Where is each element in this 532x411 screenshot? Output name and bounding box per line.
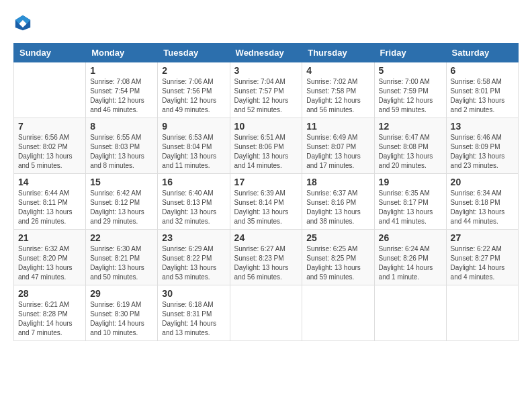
day-detail: Sunrise: 6:51 AMSunset: 8:06 PMDaylight:… bbox=[234, 133, 298, 171]
calendar-cell: 4Sunrise: 7:02 AMSunset: 7:58 PMDaylight… bbox=[302, 62, 374, 118]
calendar-cell: 1Sunrise: 7:08 AMSunset: 7:54 PMDaylight… bbox=[86, 62, 158, 118]
day-number: 9 bbox=[162, 121, 225, 132]
calendar-cell: 27Sunrise: 6:22 AMSunset: 8:27 PMDayligh… bbox=[446, 230, 518, 285]
day-number: 10 bbox=[234, 121, 298, 132]
day-detail: Sunrise: 6:30 AMSunset: 8:21 PMDaylight:… bbox=[90, 244, 153, 282]
day-detail: Sunrise: 7:00 AMSunset: 7:59 PMDaylight:… bbox=[379, 77, 442, 115]
calendar-cell: 7Sunrise: 6:56 AMSunset: 8:02 PMDaylight… bbox=[14, 118, 86, 174]
day-number: 6 bbox=[451, 65, 514, 76]
col-header-thursday: Thursday bbox=[302, 44, 374, 62]
day-detail: Sunrise: 6:47 AMSunset: 8:08 PMDaylight:… bbox=[379, 133, 442, 171]
calendar-cell: 29Sunrise: 6:19 AMSunset: 8:30 PMDayligh… bbox=[86, 285, 158, 341]
day-detail: Sunrise: 6:40 AMSunset: 8:13 PMDaylight:… bbox=[162, 189, 225, 226]
day-detail: Sunrise: 6:49 AMSunset: 8:07 PMDaylight:… bbox=[306, 133, 369, 171]
calendar-cell: 28Sunrise: 6:21 AMSunset: 8:28 PMDayligh… bbox=[14, 285, 86, 341]
calendar-week-1: 1Sunrise: 7:08 AMSunset: 7:54 PMDaylight… bbox=[14, 62, 519, 118]
day-detail: Sunrise: 6:35 AMSunset: 8:17 PMDaylight:… bbox=[379, 189, 442, 226]
day-number: 25 bbox=[306, 232, 369, 243]
day-detail: Sunrise: 7:06 AMSunset: 7:56 PMDaylight:… bbox=[162, 77, 225, 115]
calendar-cell: 23Sunrise: 6:29 AMSunset: 8:22 PMDayligh… bbox=[158, 230, 230, 285]
calendar-cell: 11Sunrise: 6:49 AMSunset: 8:07 PMDayligh… bbox=[302, 118, 374, 174]
calendar-week-5: 28Sunrise: 6:21 AMSunset: 8:28 PMDayligh… bbox=[14, 285, 519, 341]
day-detail: Sunrise: 6:46 AMSunset: 8:09 PMDaylight:… bbox=[451, 133, 514, 171]
day-detail: Sunrise: 6:18 AMSunset: 8:31 PMDaylight:… bbox=[162, 300, 225, 338]
logo-icon bbox=[13, 13, 32, 32]
calendar-table: SundayMondayTuesdayWednesdayThursdayFrid… bbox=[13, 43, 519, 341]
day-detail: Sunrise: 6:55 AMSunset: 8:03 PMDaylight:… bbox=[90, 133, 153, 171]
day-number: 7 bbox=[18, 121, 81, 132]
calendar-cell: 12Sunrise: 6:47 AMSunset: 8:08 PMDayligh… bbox=[374, 118, 446, 174]
calendar-cell: 26Sunrise: 6:24 AMSunset: 8:26 PMDayligh… bbox=[374, 230, 446, 285]
calendar-cell: 8Sunrise: 6:55 AMSunset: 8:03 PMDaylight… bbox=[86, 118, 158, 174]
day-number: 19 bbox=[379, 177, 442, 187]
calendar-week-3: 14Sunrise: 6:44 AMSunset: 8:11 PMDayligh… bbox=[14, 174, 519, 230]
day-number: 27 bbox=[451, 232, 514, 243]
day-detail: Sunrise: 6:39 AMSunset: 8:14 PMDaylight:… bbox=[234, 189, 298, 226]
day-detail: Sunrise: 7:04 AMSunset: 7:57 PMDaylight:… bbox=[234, 77, 298, 115]
day-detail: Sunrise: 6:22 AMSunset: 8:27 PMDaylight:… bbox=[451, 244, 514, 282]
day-number: 3 bbox=[234, 65, 298, 76]
day-number: 20 bbox=[451, 177, 514, 187]
calendar-cell: 2Sunrise: 7:06 AMSunset: 7:56 PMDaylight… bbox=[158, 62, 230, 118]
day-detail: Sunrise: 6:58 AMSunset: 8:01 PMDaylight:… bbox=[451, 77, 514, 115]
calendar-cell: 14Sunrise: 6:44 AMSunset: 8:11 PMDayligh… bbox=[14, 174, 86, 230]
calendar-cell: 16Sunrise: 6:40 AMSunset: 8:13 PMDayligh… bbox=[158, 174, 230, 230]
col-header-saturday: Saturday bbox=[446, 44, 518, 62]
day-number: 30 bbox=[162, 288, 225, 299]
day-number: 23 bbox=[162, 232, 225, 243]
day-number: 8 bbox=[90, 121, 153, 132]
day-detail: Sunrise: 6:19 AMSunset: 8:30 PMDaylight:… bbox=[90, 300, 153, 338]
day-number: 18 bbox=[306, 177, 369, 187]
day-number: 21 bbox=[18, 232, 81, 243]
day-number: 5 bbox=[379, 65, 442, 76]
day-number: 1 bbox=[90, 65, 153, 76]
day-number: 16 bbox=[162, 177, 225, 187]
day-detail: Sunrise: 6:53 AMSunset: 8:04 PMDaylight:… bbox=[162, 133, 225, 171]
day-number: 17 bbox=[234, 177, 298, 187]
day-detail: Sunrise: 6:21 AMSunset: 8:28 PMDaylight:… bbox=[18, 300, 81, 338]
col-header-monday: Monday bbox=[86, 44, 158, 62]
header bbox=[13, 13, 519, 32]
calendar-cell: 10Sunrise: 6:51 AMSunset: 8:06 PMDayligh… bbox=[230, 118, 302, 174]
day-number: 15 bbox=[90, 177, 153, 187]
day-number: 22 bbox=[90, 232, 153, 243]
day-detail: Sunrise: 6:29 AMSunset: 8:22 PMDaylight:… bbox=[162, 244, 225, 282]
day-detail: Sunrise: 6:44 AMSunset: 8:11 PMDaylight:… bbox=[18, 189, 81, 226]
calendar-cell bbox=[302, 285, 374, 341]
day-number: 14 bbox=[18, 177, 81, 187]
calendar-header-row: SundayMondayTuesdayWednesdayThursdayFrid… bbox=[14, 44, 519, 62]
day-detail: Sunrise: 6:32 AMSunset: 8:20 PMDaylight:… bbox=[18, 244, 81, 282]
col-header-sunday: Sunday bbox=[14, 44, 86, 62]
calendar-cell: 9Sunrise: 6:53 AMSunset: 8:04 PMDaylight… bbox=[158, 118, 230, 174]
logo bbox=[13, 13, 35, 32]
day-number: 12 bbox=[379, 121, 442, 132]
calendar-cell: 24Sunrise: 6:27 AMSunset: 8:23 PMDayligh… bbox=[230, 230, 302, 285]
calendar-cell: 30Sunrise: 6:18 AMSunset: 8:31 PMDayligh… bbox=[158, 285, 230, 341]
day-number: 29 bbox=[90, 288, 153, 299]
calendar-cell: 19Sunrise: 6:35 AMSunset: 8:17 PMDayligh… bbox=[374, 174, 446, 230]
day-detail: Sunrise: 6:27 AMSunset: 8:23 PMDaylight:… bbox=[234, 244, 298, 282]
day-number: 2 bbox=[162, 65, 225, 76]
day-detail: Sunrise: 7:08 AMSunset: 7:54 PMDaylight:… bbox=[90, 77, 153, 115]
day-detail: Sunrise: 6:37 AMSunset: 8:16 PMDaylight:… bbox=[306, 189, 369, 226]
day-number: 13 bbox=[451, 121, 514, 132]
calendar-cell: 17Sunrise: 6:39 AMSunset: 8:14 PMDayligh… bbox=[230, 174, 302, 230]
col-header-friday: Friday bbox=[374, 44, 446, 62]
day-detail: Sunrise: 7:02 AMSunset: 7:58 PMDaylight:… bbox=[306, 77, 369, 115]
calendar-cell: 22Sunrise: 6:30 AMSunset: 8:21 PMDayligh… bbox=[86, 230, 158, 285]
calendar-week-4: 21Sunrise: 6:32 AMSunset: 8:20 PMDayligh… bbox=[14, 230, 519, 285]
day-number: 4 bbox=[306, 65, 369, 76]
calendar-cell bbox=[14, 62, 86, 118]
calendar-cell: 21Sunrise: 6:32 AMSunset: 8:20 PMDayligh… bbox=[14, 230, 86, 285]
calendar-cell bbox=[446, 285, 518, 341]
col-header-tuesday: Tuesday bbox=[158, 44, 230, 62]
day-detail: Sunrise: 6:56 AMSunset: 8:02 PMDaylight:… bbox=[18, 133, 81, 171]
calendar-cell bbox=[374, 285, 446, 341]
calendar-cell: 6Sunrise: 6:58 AMSunset: 8:01 PMDaylight… bbox=[446, 62, 518, 118]
calendar-cell: 20Sunrise: 6:34 AMSunset: 8:18 PMDayligh… bbox=[446, 174, 518, 230]
calendar-cell: 5Sunrise: 7:00 AMSunset: 7:59 PMDaylight… bbox=[374, 62, 446, 118]
day-detail: Sunrise: 6:25 AMSunset: 8:25 PMDaylight:… bbox=[306, 244, 369, 282]
calendar-cell: 25Sunrise: 6:25 AMSunset: 8:25 PMDayligh… bbox=[302, 230, 374, 285]
day-detail: Sunrise: 6:24 AMSunset: 8:26 PMDaylight:… bbox=[379, 244, 442, 282]
calendar-cell: 3Sunrise: 7:04 AMSunset: 7:57 PMDaylight… bbox=[230, 62, 302, 118]
